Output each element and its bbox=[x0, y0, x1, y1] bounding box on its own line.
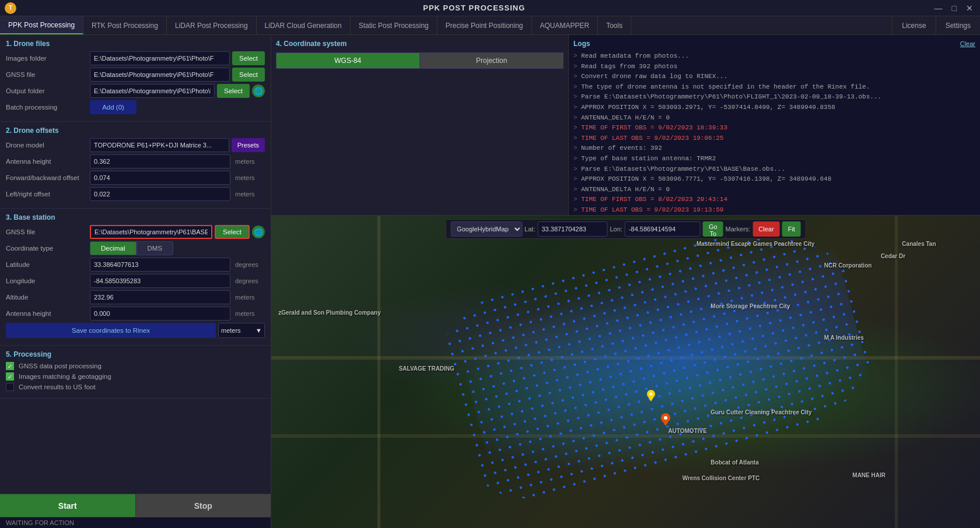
tab-lidar-post-processing[interactable]: LiDAR Post Processing bbox=[167, 16, 257, 34]
gnss-data-checkbox[interactable]: ✓ bbox=[6, 362, 14, 370]
gnss-file-input[interactable] bbox=[90, 68, 230, 82]
coord-tabs: WGS-84 Projection bbox=[276, 52, 564, 69]
status-bar: WAITING FOR ACTION bbox=[0, 517, 271, 528]
antenna-height-input[interactable] bbox=[90, 154, 230, 168]
log-line: ANTENNA_DELTA H/E/N = 0 bbox=[573, 113, 975, 124]
log-line: ANTENNA_DELTA H/E/N = 0 bbox=[573, 185, 975, 195]
tab-static-post-processing[interactable]: Static Post Processing bbox=[351, 16, 438, 34]
latitude-row: Latitude degrees bbox=[6, 258, 265, 272]
decimal-button[interactable]: Decimal bbox=[90, 241, 136, 255]
base-gnss-globe-icon[interactable]: 🌐 bbox=[252, 226, 265, 238]
main-layout: 1. Drone files Images folder Select GNSS… bbox=[0, 35, 980, 528]
titlebar: T PPK POST PROCESSING — □ ✕ bbox=[0, 0, 980, 16]
longitude-unit: degrees bbox=[233, 277, 265, 284]
output-folder-input[interactable] bbox=[90, 84, 215, 98]
map-text-label: Cedar Dr bbox=[881, 253, 905, 259]
window-controls: — □ ✕ bbox=[932, 3, 975, 13]
presets-button[interactable]: Presets bbox=[232, 138, 265, 152]
map-text-label: zGerald and Son Plumbing Company bbox=[278, 309, 381, 316]
coord-type-row: Coordinate type Decimal DMS bbox=[6, 241, 265, 255]
logs-clear-button[interactable]: Clear bbox=[960, 40, 975, 47]
altitude-input[interactable] bbox=[90, 290, 230, 304]
save-coords-button[interactable]: Save coordinates to Rinex bbox=[6, 323, 216, 338]
antenna-height-label: Antenna height bbox=[6, 158, 88, 165]
unit-dropdown[interactable]: meters ▼ bbox=[218, 323, 265, 338]
map-area: GoogleHybridMap Lat: Lon: Go To Markers:… bbox=[271, 216, 980, 528]
lat-input[interactable] bbox=[537, 221, 607, 237]
forward-offset-label: Forward/backward offset bbox=[6, 174, 88, 181]
log-line: Convert drone raw data log to RINEX... bbox=[573, 72, 975, 82]
map-fit-button[interactable]: Fit bbox=[782, 221, 801, 237]
section-base-station: 3. Base station GNSS file Select 🌐 Coord… bbox=[0, 209, 271, 346]
tab-tools[interactable]: Tools bbox=[598, 16, 631, 34]
images-folder-row: Images folder Select bbox=[6, 51, 265, 65]
gnss-file-row: GNSS file Select bbox=[6, 68, 265, 82]
leftright-offset-label: Left/right offset bbox=[6, 191, 88, 198]
maximize-button[interactable]: □ bbox=[950, 3, 959, 13]
settings-button[interactable]: Settings bbox=[936, 16, 980, 34]
section3-title: 3. Base station bbox=[6, 213, 265, 221]
map-text-label: SALVAGE TRADING bbox=[399, 365, 454, 372]
convert-checkbox[interactable] bbox=[6, 383, 14, 391]
images-folder-label: Images folder bbox=[6, 55, 88, 62]
altitude-unit: meters bbox=[233, 294, 265, 301]
lon-input[interactable] bbox=[625, 221, 701, 237]
base-antenna-height-input[interactable] bbox=[90, 307, 230, 321]
map-type-select[interactable]: GoogleHybridMap bbox=[450, 221, 522, 237]
map-text-label: Canales Tan bbox=[902, 241, 936, 247]
log-line: Parse E:\Datasets\Photogrammetry\P61\Pho… bbox=[573, 92, 975, 103]
drone-model-label: Drone model bbox=[6, 142, 88, 149]
gnss-file-label: GNSS file bbox=[6, 71, 88, 78]
base-gnss-file-input[interactable] bbox=[90, 225, 212, 239]
images-folder-input[interactable] bbox=[90, 51, 230, 65]
map-marker bbox=[661, 413, 670, 428]
tab-aquamapper[interactable]: AQUAMAPPER bbox=[532, 16, 598, 34]
section-drone-offsets: 2. Drone offsets Drone model TOPODRONE P… bbox=[0, 122, 271, 209]
minimize-button[interactable]: — bbox=[932, 3, 945, 13]
license-button[interactable]: License bbox=[892, 16, 935, 34]
latitude-input[interactable] bbox=[90, 258, 230, 272]
leftright-offset-unit: meters bbox=[233, 191, 265, 198]
base-antenna-height-unit: meters bbox=[233, 310, 265, 317]
section-drone-files: 1. Drone files Images folder Select GNSS… bbox=[0, 35, 271, 122]
dms-button[interactable]: DMS bbox=[136, 241, 174, 255]
output-folder-select-button[interactable]: Select bbox=[217, 84, 250, 98]
svg-point-2 bbox=[664, 416, 667, 420]
longitude-input[interactable] bbox=[90, 274, 230, 288]
leftright-offset-row: Left/right offset meters bbox=[6, 187, 265, 201]
antenna-height-unit: meters bbox=[233, 158, 265, 165]
map-text-label: Wrens Collision Center PTC bbox=[682, 475, 760, 481]
leftright-offset-input[interactable] bbox=[90, 187, 230, 201]
base-gnss-select-button[interactable]: Select bbox=[215, 225, 250, 239]
svg-point-5 bbox=[649, 392, 652, 395]
batch-processing-label: Batch processing bbox=[6, 104, 88, 111]
close-button[interactable]: ✕ bbox=[964, 3, 975, 13]
forward-offset-input[interactable] bbox=[90, 171, 230, 185]
longitude-label: Longitude bbox=[6, 277, 88, 284]
output-folder-row: Output folder Select 🌐 bbox=[6, 84, 265, 98]
tab-ppk-post-processing[interactable]: PPK Post Processing bbox=[0, 16, 83, 34]
images-matching-row: ✓ Images matching & geotagging bbox=[6, 372, 265, 381]
wgs84-tab[interactable]: WGS-84 bbox=[276, 52, 420, 69]
stop-button[interactable]: Stop bbox=[135, 494, 271, 517]
log-line: APPROX POSITION X = 503093.2971, Y= -530… bbox=[573, 103, 975, 113]
batch-add-button[interactable]: Add (0) bbox=[90, 100, 136, 114]
images-matching-checkbox[interactable]: ✓ bbox=[6, 372, 14, 381]
flight-dots bbox=[435, 216, 887, 515]
top-right-row: 4. Coordinate system WGS-84 Projection L… bbox=[271, 35, 980, 216]
output-globe-icon[interactable]: 🌐 bbox=[252, 85, 265, 97]
images-folder-select-button[interactable]: Select bbox=[232, 51, 265, 65]
goto-button[interactable]: Go To bbox=[703, 221, 723, 237]
tab-rtk-post-processing[interactable]: RTK Post Processing bbox=[83, 16, 167, 34]
tab-precise-point-positioning[interactable]: Precise Point Positioning bbox=[438, 16, 532, 34]
tab-lidar-cloud-generation[interactable]: LiDAR Cloud Generation bbox=[257, 16, 351, 34]
convert-label: Convert results to US foot bbox=[19, 383, 96, 390]
section1-title: 1. Drone files bbox=[6, 40, 265, 48]
map-clear-button[interactable]: Clear bbox=[752, 221, 779, 237]
start-button[interactable]: Start bbox=[0, 494, 135, 517]
section-processing: 5. Processing ✓ GNSS data post processin… bbox=[0, 346, 271, 399]
gnss-file-select-button[interactable]: Select bbox=[232, 68, 265, 82]
drone-model-select[interactable]: TOPODRONE P61+PPK+DJI Matrice 3... bbox=[90, 138, 229, 152]
projection-tab[interactable]: Projection bbox=[420, 52, 564, 69]
satellite-map: Mastermind Escape Games Peachtree CityNC… bbox=[271, 216, 980, 528]
